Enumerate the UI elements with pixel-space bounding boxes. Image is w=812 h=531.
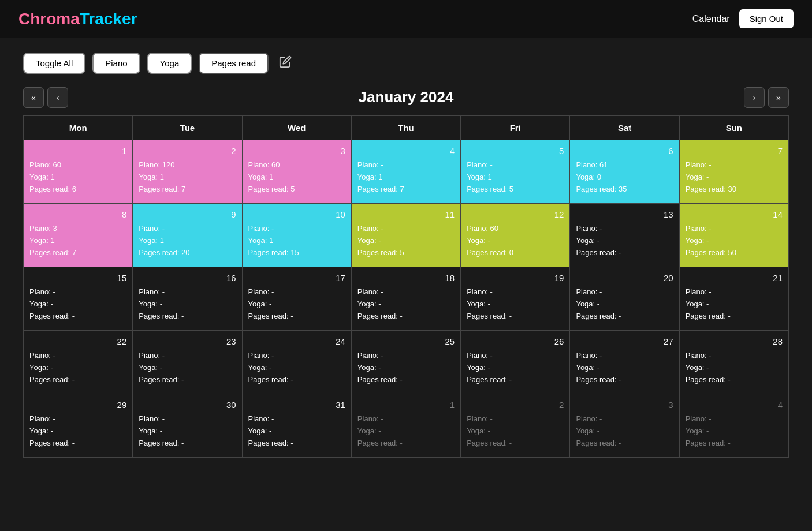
day-number: 30 — [139, 400, 236, 410]
pages-entry: Pages read: - — [357, 374, 455, 386]
pages-entry: Pages read: - — [686, 374, 783, 386]
pages-entry: Pages read: - — [139, 374, 236, 386]
calendar-cell[interactable]: 2Piano: -Yoga: -Pages read: - — [461, 394, 570, 458]
sign-out-button[interactable]: Sign Out — [739, 9, 794, 28]
pages-entry: Pages read: - — [139, 437, 236, 450]
day-number: 5 — [467, 146, 564, 156]
next-next-button[interactable]: » — [768, 87, 789, 108]
calendar-cell[interactable]: 20Piano: -Yoga: -Pages read: - — [570, 267, 679, 331]
calendar-cell[interactable]: 8Piano: 3Yoga: 1Pages read: 7 — [24, 204, 133, 267]
pages-read-filter-button[interactable]: Pages read — [199, 53, 269, 74]
day-entries: Piano: -Yoga: -Pages read: - — [357, 350, 455, 386]
day-number: 12 — [467, 210, 564, 219]
day-entries: Piano: -Yoga: 1Pages read: 15 — [248, 223, 345, 259]
day-entries: Piano: -Yoga: -Pages read: - — [576, 350, 673, 386]
day-number: 20 — [576, 273, 673, 283]
day-entries: Piano: -Yoga: -Pages read: 50 — [686, 223, 783, 259]
yoga-entry: Yoga: - — [248, 425, 345, 437]
calendar-cell[interactable]: 1Piano: -Yoga: -Pages read: - — [351, 394, 460, 458]
day-number: 15 — [29, 273, 126, 283]
yoga-entry: Yoga: - — [357, 362, 455, 374]
calendar-cell[interactable]: 1Piano: 60Yoga: 1Pages read: 6 — [24, 140, 133, 204]
calendar-cell[interactable]: 31Piano: -Yoga: -Pages read: - — [242, 394, 351, 458]
pages-entry: Pages read: 20 — [139, 247, 236, 259]
day-entries: Piano: -Yoga: -Pages read: - — [467, 286, 564, 322]
yoga-entry: Yoga: - — [686, 298, 783, 311]
calendar-cell[interactable]: 6Piano: 61Yoga: 0Pages read: 35 — [570, 140, 679, 204]
yoga-filter-button[interactable]: Yoga — [147, 53, 192, 74]
yoga-entry: Yoga: - — [139, 298, 236, 311]
day-number: 1 — [29, 146, 126, 156]
calendar-cell[interactable]: 5Piano: -Yoga: 1Pages read: 5 — [461, 140, 570, 204]
day-entries: Piano: 61Yoga: 0Pages read: 35 — [576, 159, 673, 195]
calendar-cell[interactable]: 29Piano: -Yoga: -Pages read: - — [24, 394, 133, 458]
filter-bar: Toggle All Piano Yoga Pages read — [23, 52, 789, 74]
calendar-cell[interactable]: 4Piano: -Yoga: -Pages read: - — [679, 394, 788, 458]
piano-entry: Piano: - — [576, 350, 673, 362]
pages-entry: Pages read: - — [686, 437, 783, 450]
day-entries: Piano: -Yoga: -Pages read: - — [139, 286, 236, 322]
calendar-cell[interactable]: 26Piano: -Yoga: -Pages read: - — [461, 331, 570, 394]
piano-filter-button[interactable]: Piano — [92, 53, 140, 74]
yoga-entry: Yoga: - — [29, 362, 126, 374]
calendar-cell[interactable]: 12Piano: 60Yoga: -Pages read: 0 — [461, 204, 570, 267]
calendar-cell[interactable]: 18Piano: -Yoga: -Pages read: - — [351, 267, 460, 331]
calendar-cell[interactable]: 7Piano: -Yoga: -Pages read: 30 — [679, 140, 788, 204]
calendar-cell[interactable]: 27Piano: -Yoga: -Pages read: - — [570, 331, 679, 394]
yoga-entry: Yoga: 1 — [357, 171, 455, 184]
day-number: 3 — [248, 146, 345, 156]
next-button[interactable]: › — [744, 87, 765, 108]
calendar-cell[interactable]: 22Piano: -Yoga: -Pages read: - — [24, 331, 133, 394]
calendar-cell[interactable]: 30Piano: -Yoga: -Pages read: - — [133, 394, 242, 458]
pages-entry: Pages read: 5 — [248, 184, 345, 196]
day-number: 21 — [686, 273, 783, 283]
calendar-cell[interactable]: 28Piano: -Yoga: -Pages read: - — [679, 331, 788, 394]
piano-entry: Piano: - — [686, 350, 783, 362]
calendar-cell[interactable]: 11Piano: -Yoga: -Pages read: 5 — [351, 204, 460, 267]
calendar-cell[interactable]: 14Piano: -Yoga: -Pages read: 50 — [679, 204, 788, 267]
yoga-entry: Yoga: - — [248, 298, 345, 311]
yoga-entry: Yoga: - — [467, 235, 564, 247]
calendar-cell[interactable]: 15Piano: -Yoga: -Pages read: - — [24, 267, 133, 331]
pages-entry: Pages read: 6 — [29, 184, 126, 196]
calendar-link[interactable]: Calendar — [692, 14, 730, 24]
piano-entry: Piano: - — [686, 223, 783, 235]
piano-entry: Piano: - — [248, 413, 345, 425]
calendar-cell[interactable]: 2Piano: 120Yoga: 1Pages read: 7 — [133, 140, 242, 204]
prev-prev-button[interactable]: « — [23, 87, 44, 108]
calendar-cell[interactable]: 3Piano: 60Yoga: 1Pages read: 5 — [242, 140, 351, 204]
calendar-cell[interactable]: 16Piano: -Yoga: -Pages read: - — [133, 267, 242, 331]
weekday-header: Mon — [24, 116, 133, 140]
calendar-cell[interactable]: 4Piano: -Yoga: 1Pages read: 7 — [351, 140, 460, 204]
calendar-cell[interactable]: 9Piano: -Yoga: 1Pages read: 20 — [133, 204, 242, 267]
calendar-cell[interactable]: 23Piano: -Yoga: -Pages read: - — [133, 331, 242, 394]
piano-entry: Piano: 61 — [576, 159, 673, 171]
calendar-week-row: 22Piano: -Yoga: -Pages read: -23Piano: -… — [24, 331, 789, 394]
calendar-cell[interactable]: 17Piano: -Yoga: -Pages read: - — [242, 267, 351, 331]
pages-entry: Pages read: - — [29, 311, 126, 323]
yoga-entry: Yoga: 1 — [29, 235, 126, 247]
weekday-header: Wed — [242, 116, 351, 140]
calendar-cell[interactable]: 10Piano: -Yoga: 1Pages read: 15 — [242, 204, 351, 267]
weekday-header: Fri — [461, 116, 570, 140]
day-number: 17 — [248, 273, 345, 283]
header-nav: Calendar Sign Out — [692, 9, 794, 28]
header: ChromaTracker Calendar Sign Out — [0, 0, 812, 38]
edit-icon-button[interactable] — [275, 52, 295, 74]
yoga-entry: Yoga: 1 — [139, 235, 236, 247]
calendar-cell[interactable]: 24Piano: -Yoga: -Pages read: - — [242, 331, 351, 394]
pages-entry: Pages read: - — [248, 311, 345, 323]
piano-entry: Piano: - — [357, 223, 455, 235]
calendar-cell[interactable]: 19Piano: -Yoga: -Pages read: - — [461, 267, 570, 331]
calendar-cell[interactable]: 25Piano: -Yoga: -Pages read: - — [351, 331, 460, 394]
piano-entry: Piano: - — [576, 223, 673, 235]
toggle-all-button[interactable]: Toggle All — [23, 53, 85, 74]
edit-icon — [279, 55, 292, 68]
calendar-cell[interactable]: 13Piano: -Yoga: -Pages read: - — [570, 204, 679, 267]
calendar-cell[interactable]: 3Piano: -Yoga: -Pages read: - — [570, 394, 679, 458]
prev-button[interactable]: ‹ — [47, 87, 68, 108]
day-entries: Piano: -Yoga: -Pages read: - — [576, 413, 673, 449]
calendar-cell[interactable]: 21Piano: -Yoga: -Pages read: - — [679, 267, 788, 331]
day-number: 10 — [248, 210, 345, 219]
day-number: 19 — [467, 273, 564, 283]
